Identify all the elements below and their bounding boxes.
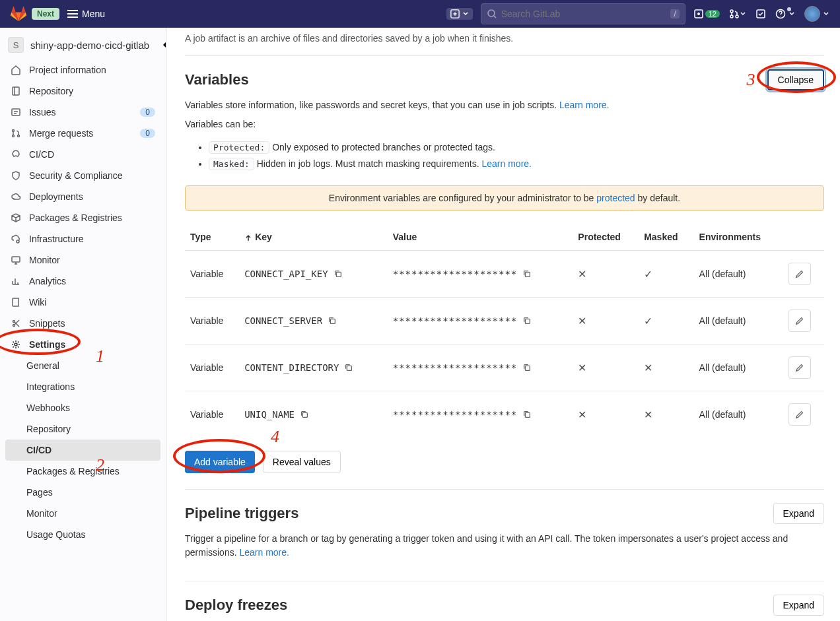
- svg-rect-26: [526, 413, 530, 418]
- merge-request-icon: [729, 9, 740, 19]
- copy-icon[interactable]: [300, 410, 309, 419]
- sidebar-item-analytics[interactable]: Analytics: [0, 271, 166, 292]
- next-badge[interactable]: Next: [32, 8, 59, 20]
- add-variable-button[interactable]: Add variable: [185, 451, 255, 473]
- sidebar-item-snippets[interactable]: Snippets: [0, 313, 166, 334]
- subnav-general[interactable]: General: [0, 355, 166, 376]
- svg-rect-20: [526, 273, 530, 277]
- sidebar-item-issues[interactable]: Issues 0: [0, 102, 166, 123]
- collapse-button[interactable]: Collapse: [767, 69, 824, 90]
- svg-rect-9: [13, 87, 19, 95]
- menu-button[interactable]: Menu: [67, 9, 105, 19]
- menu-label: Menu: [82, 9, 105, 19]
- sidebar-item-wiki[interactable]: Wiki: [0, 292, 166, 313]
- col-type: Type: [185, 224, 239, 251]
- sidebar-item-project-information[interactable]: Project information: [0, 59, 166, 81]
- sidebar-item-infrastructure[interactable]: Infrastructure: [0, 228, 166, 249]
- copy-icon[interactable]: [522, 269, 532, 278]
- svg-point-12: [13, 135, 15, 137]
- svg-rect-15: [12, 257, 20, 262]
- sidebar-item-label: Monitor: [29, 255, 60, 265]
- reveal-values-button[interactable]: Reveal values: [263, 451, 341, 473]
- help-nav-button[interactable]: [775, 9, 795, 19]
- cell-masked: ✓: [639, 298, 693, 344]
- subnav-pages[interactable]: Pages: [0, 482, 166, 503]
- todo-icon: [755, 9, 766, 19]
- todos-nav-button[interactable]: [755, 9, 766, 19]
- copy-icon[interactable]: [522, 410, 532, 419]
- search-input[interactable]: [501, 9, 671, 19]
- copy-icon[interactable]: [522, 316, 532, 325]
- search-icon: [487, 9, 497, 19]
- sidebar-item-monitor[interactable]: Monitor: [0, 249, 166, 271]
- subnav-webhooks[interactable]: Webhooks: [0, 397, 166, 418]
- edit-variable-button[interactable]: [788, 356, 811, 379]
- sidebar-item-repository[interactable]: Repository: [0, 81, 166, 102]
- sidebar-item-deployments[interactable]: Deployments: [0, 186, 166, 207]
- gitlab-logo-icon[interactable]: [11, 6, 26, 22]
- cell-value: ********************: [393, 409, 532, 420]
- sidebar-item-security[interactable]: Security & Compliance: [0, 165, 166, 186]
- deploy-freezes-section: Deploy freezes Expand Add a freeze perio…: [185, 581, 824, 621]
- cell-environments: All (default): [694, 298, 783, 344]
- subnav-packages[interactable]: Packages & Registries: [0, 461, 166, 482]
- copy-icon[interactable]: [333, 269, 343, 278]
- sidebar-item-cicd[interactable]: CI/CD: [0, 144, 166, 165]
- pipeline-triggers-learn-more-link[interactable]: Learn more.: [239, 547, 289, 558]
- scissors-icon: [11, 318, 21, 329]
- variables-desc: Variables store information, like passwo…: [185, 98, 824, 112]
- sidebar-item-settings[interactable]: Settings: [0, 334, 166, 355]
- variables-can-be: Variables can be:: [185, 117, 824, 131]
- new-dropdown[interactable]: [446, 8, 473, 20]
- subnav-cicd[interactable]: CI/CD: [5, 440, 160, 461]
- copy-icon[interactable]: [328, 316, 337, 325]
- user-menu-button[interactable]: [804, 6, 829, 22]
- svg-point-18: [15, 343, 17, 346]
- search-box[interactable]: /: [481, 3, 685, 24]
- subnav-monitor[interactable]: Monitor: [0, 503, 166, 524]
- merge-requests-nav-button[interactable]: [729, 9, 746, 19]
- masked-learn-more-link[interactable]: Learn more.: [482, 158, 532, 169]
- issues-nav-button[interactable]: 12: [693, 9, 720, 19]
- notification-dot: [787, 7, 791, 11]
- sidebar-item-label: Deployments: [29, 191, 83, 202]
- sidebar-item-packages[interactable]: Packages & Registries: [0, 207, 166, 228]
- svg-point-3: [697, 13, 700, 15]
- copy-icon[interactable]: [522, 363, 532, 372]
- col-protected: Protected: [573, 224, 639, 251]
- cell-protected: ✕: [573, 298, 639, 344]
- chevron-down-icon: [740, 11, 746, 17]
- monitor-icon: [11, 255, 21, 265]
- admin-protected-link[interactable]: protected: [596, 193, 635, 203]
- deploy-freezes-expand-button[interactable]: Expand: [773, 595, 824, 616]
- cell-environments: All (default): [694, 344, 783, 391]
- issues-icon: [693, 9, 704, 19]
- chevron-down-icon: [462, 11, 469, 17]
- subnav-integrations[interactable]: Integrations: [0, 376, 166, 397]
- admin-banner: Environment variables are configured by …: [185, 185, 824, 211]
- col-key[interactable]: Key: [239, 224, 388, 251]
- cell-protected: ✕: [573, 344, 639, 391]
- svg-point-4: [730, 10, 733, 13]
- pencil-icon: [795, 410, 804, 419]
- subnav-usage-quotas[interactable]: Usage Quotas: [0, 524, 166, 545]
- copy-icon[interactable]: [344, 363, 353, 372]
- cell-protected: ✕: [573, 251, 639, 298]
- cell-value: ********************: [393, 315, 532, 326]
- pipeline-triggers-expand-button[interactable]: Expand: [773, 503, 824, 524]
- sidebar-item-label: Merge requests: [29, 128, 93, 139]
- subnav-repository[interactable]: Repository: [0, 418, 166, 440]
- cell-key: CONTENT_DIRECTORY: [244, 362, 353, 373]
- table-row: Variable CONNECT_API_KEY ***************…: [185, 251, 824, 298]
- edit-variable-button[interactable]: [788, 263, 811, 285]
- variables-learn-more-link[interactable]: Learn more.: [559, 100, 609, 110]
- cell-protected: ✕: [573, 391, 639, 438]
- sidebar-item-merge-requests[interactable]: Merge requests 0: [0, 123, 166, 144]
- project-header[interactable]: S shiny-app-demo-cicd-gitlab shiny-app-d…: [0, 30, 166, 59]
- svg-rect-23: [347, 366, 352, 371]
- edit-variable-button[interactable]: [788, 310, 811, 332]
- svg-rect-10: [12, 109, 20, 115]
- sidebar-item-label: CI/CD: [29, 149, 54, 160]
- cell-key: UNIQ_NAME: [244, 409, 309, 420]
- edit-variable-button[interactable]: [788, 403, 811, 426]
